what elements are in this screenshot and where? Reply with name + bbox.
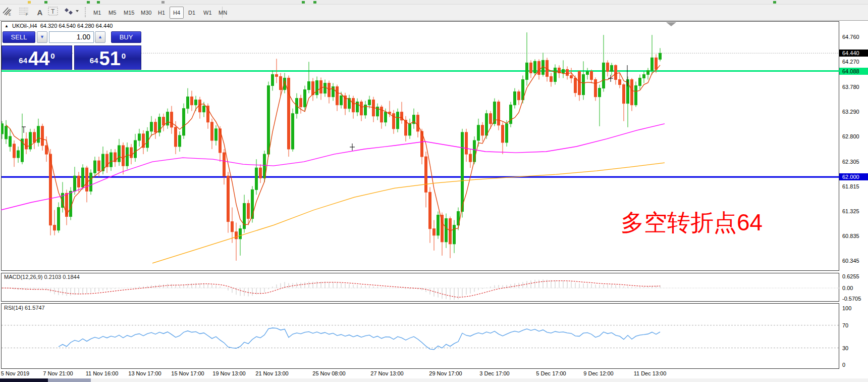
macd-tick: -0.5705 <box>842 296 861 302</box>
timeframe-button-mn[interactable]: MN <box>215 7 231 19</box>
svg-text:F: F <box>26 13 28 16</box>
status-segment <box>0 378 48 382</box>
time-axis-label: 21 Nov 13:00 <box>255 370 288 376</box>
buy-button[interactable]: BUY <box>111 31 141 43</box>
text-annotation-icon[interactable]: A <box>33 6 46 18</box>
sell-button[interactable]: SELL <box>3 31 35 43</box>
price-tick: 60.345 <box>842 258 859 264</box>
volume-input[interactable]: 1.00 <box>49 31 94 43</box>
time-axis-label: 19 Nov 13:00 <box>212 370 245 376</box>
buy-price-small: 64 <box>90 54 98 67</box>
price-tick: 63.780 <box>842 84 859 90</box>
price-badge: 64.088 <box>839 68 868 75</box>
timeframe-button-h1[interactable]: H1 <box>154 7 169 19</box>
time-axis[interactable]: 5 Nov 20197 Nov 21:0011 Nov 16:0013 Nov … <box>1 370 839 378</box>
toolbar-fragment-icon <box>302 1 305 4</box>
fibonacci-grid-icon[interactable]: F <box>18 6 31 18</box>
ohlc-values: 64.320 64.540 64.280 64.440 <box>40 23 113 29</box>
price-tick: 62.800 <box>842 133 859 139</box>
time-axis-label: 15 Nov 17:00 <box>171 370 204 376</box>
drawing-toolbar: E F A T M1M5M15M30H1H4D1W1MN <box>0 5 868 21</box>
time-axis-label: 25 Nov 08:00 <box>312 370 345 376</box>
rsi-tick: 0 <box>842 362 845 368</box>
volume-increase-stepper[interactable]: ▲ <box>95 31 105 43</box>
arrows-objects-icon[interactable] <box>64 6 81 18</box>
toolbar-fragment-icon <box>44 1 47 4</box>
price-tick: 64.760 <box>842 34 859 40</box>
status-segment <box>91 378 868 382</box>
svg-text:T: T <box>51 8 55 15</box>
toolbar-fragment-icon <box>161 1 165 4</box>
equidistant-lines-icon[interactable]: E <box>2 6 15 18</box>
time-axis-label: 29 Nov 17:00 <box>429 370 462 376</box>
timeframe-button-d1[interactable]: D1 <box>185 7 199 19</box>
price-tick: 64.270 <box>842 59 859 65</box>
time-axis-label: 13 Nov 17:00 <box>128 370 161 376</box>
status-segment <box>48 378 91 382</box>
timeframe-button-w1[interactable]: W1 <box>200 7 215 19</box>
trading-platform-window: E F A T M1M5M15M30H1H4D1W1MN 64.76064. <box>0 0 868 382</box>
price-tick: 61.815 <box>842 183 859 189</box>
toolbar-fragment-icon <box>97 1 100 4</box>
cutoff-toolbar-strip <box>0 0 868 5</box>
rsi-tick: 30 <box>842 345 848 351</box>
toolbar-fragment-icon <box>313 1 316 4</box>
sell-price-panel[interactable]: 64 44 0 <box>2 45 72 70</box>
price-tick: 62.305 <box>842 159 859 165</box>
time-axis-label: 11 Nov 16:00 <box>86 370 119 376</box>
time-axis-label: 5 Nov 2019 <box>1 370 29 376</box>
price-tick: 61.325 <box>842 208 859 214</box>
sell-price-sup: 0 <box>50 45 55 67</box>
text-label-icon[interactable]: T <box>47 6 61 18</box>
price-badge: 62.000 <box>839 173 868 180</box>
rsi-tick: 70 <box>842 322 848 328</box>
buy-price-big: 51 <box>99 50 121 67</box>
rsi-indicator-pane[interactable] <box>1 303 839 369</box>
time-axis-label: 7 Nov 21:00 <box>43 370 73 376</box>
macd-tick: 0.6255 <box>842 273 859 279</box>
time-axis-label: 9 Dec 12:00 <box>583 370 613 376</box>
rsi-tick: 100 <box>842 305 851 311</box>
toolbar-fragment-icon <box>773 1 776 4</box>
timeframe-button-m15[interactable]: M15 <box>120 7 138 19</box>
price-badge: 64.440 <box>839 50 868 57</box>
rsi-label: RSI(14) 61.5747 <box>4 305 45 311</box>
sell-price-big: 44 <box>28 50 49 67</box>
price-tick: 63.290 <box>842 109 859 115</box>
timeframe-button-h4[interactable]: H4 <box>170 7 184 19</box>
chart-header: ▲ UKOil-,H4 64.320 64.540 64.280 64.440 <box>5 23 113 29</box>
symbol-label: UKOil-,H4 <box>12 23 37 29</box>
sell-price-small: 64 <box>19 54 27 67</box>
timeframe-button-m30[interactable]: M30 <box>137 7 155 19</box>
toolbar-grip[interactable] <box>85 7 88 17</box>
toolbar-fragment-icon <box>87 1 90 4</box>
time-axis-label: 11 Dec 13:00 <box>634 370 667 376</box>
macd-label: MACD(12,26,9) 0.2103 0.1844 <box>4 274 80 280</box>
bottom-status-strip <box>0 378 868 382</box>
time-axis-label: 3 Dec 17:00 <box>479 370 509 376</box>
buy-price-sup: 0 <box>122 45 126 67</box>
time-axis-label: 27 Nov 13:00 <box>370 370 403 376</box>
macd-indicator-pane[interactable] <box>1 273 839 302</box>
time-axis-label: 5 Dec 17:00 <box>536 370 566 376</box>
timeframe-button-m5[interactable]: M5 <box>105 7 120 19</box>
collapse-panel-icon[interactable]: ▲ <box>5 24 9 28</box>
macd-tick: 0.00 <box>842 285 853 291</box>
price-axis[interactable]: 64.76064.27063.78063.29062.80062.30561.8… <box>839 21 868 377</box>
svg-text:E: E <box>9 13 11 16</box>
buy-price-panel[interactable]: 64 51 0 <box>74 45 141 70</box>
toolbar-fragment-icon <box>28 1 31 4</box>
chart-text-annotation: 多空转折点64 <box>621 207 763 238</box>
price-tick: 60.835 <box>842 233 859 239</box>
timeframe-button-m1[interactable]: M1 <box>90 7 104 19</box>
volume-decrease-stepper[interactable]: ▼ <box>37 31 47 43</box>
